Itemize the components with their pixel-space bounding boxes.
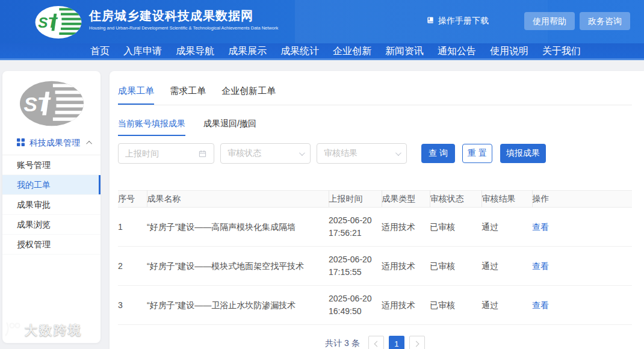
row-result: 通过 [481, 247, 532, 286]
chevron-down-icon [299, 150, 305, 156]
row-date: 2025-06-20 [329, 214, 382, 227]
tab-achievement-orders[interactable]: 成果工单 [118, 85, 154, 105]
site-title: 住房城乡建设科技成果数据网 [89, 8, 278, 23]
row-date: 2025-06-20 [329, 253, 382, 266]
nav-item-achievement-navigation[interactable]: 成果导航 [176, 43, 214, 58]
row-type: 适用技术 [382, 247, 430, 286]
row-date: 2025-06-20 [329, 292, 382, 305]
table-row: 2 “好房子”建设——模块式地面架空找平技术 2025-06-20 17:15:… [118, 247, 632, 286]
main-nav: 首页 入库申请 成果导航 成果展示 成果统计 企业创新 新闻资讯 通知公告 使用… [0, 43, 644, 60]
main-panel: 成果工单 需求工单 企业创新工单 当前账号填报成果 成果退回/撤回 审核状态 [110, 71, 644, 349]
nav-item-news[interactable]: 新闻资讯 [385, 43, 424, 58]
book-icon [427, 16, 435, 26]
sidebar-group-tech-achievement-management[interactable]: 科技成果管理 [2, 131, 101, 155]
subtab-returned-withdrawn[interactable]: 成果退回/撤回 [203, 119, 256, 136]
table-row: 1 “好房子”建设——高隔声模块化集成隔墙 2025-06-20 17:56:2… [118, 208, 632, 247]
row-status: 已审核 [430, 247, 481, 286]
row-report-time: 2025-06-20 17:15:55 [329, 247, 382, 286]
filter-bar: 审核状态 审核结果 查 询 重 置 填报成果 [118, 143, 632, 164]
nav-item-achievement-display[interactable]: 成果展示 [228, 43, 267, 58]
pagination: 共计 3 条 1 [118, 336, 632, 349]
nav-item-achievement-statistics[interactable]: 成果统计 [280, 43, 319, 58]
row-report-time: 2025-06-20 17:56:21 [329, 208, 382, 247]
sidebar-item-account-management[interactable]: 账号管理 [2, 155, 101, 175]
row-time: 17:56:21 [329, 227, 382, 239]
chevron-down-icon [395, 150, 401, 156]
col-header-result: 审核结果 [481, 191, 532, 208]
grid-icon [17, 138, 25, 149]
table-row: 3 “好房子”建设——卫浴止水坎防渗漏技术 2025-06-20 16:49:5… [118, 286, 632, 325]
row-type: 适用技术 [382, 208, 430, 247]
sub-tabs: 当前账号填报成果 成果退回/撤回 [118, 119, 632, 136]
row-result: 通过 [481, 286, 532, 325]
order-tabs: 成果工单 需求工单 企业创新工单 [118, 71, 632, 105]
nav-item-about[interactable]: 关于我们 [542, 43, 581, 58]
row-name: “好房子”建设——卫浴止水坎防渗漏技术 [147, 286, 329, 325]
col-header-type: 成果类型 [382, 191, 430, 208]
row-name: “好房子”建设——高隔声模块化集成隔墙 [147, 208, 329, 247]
sidebar-item-achievement-approval[interactable]: 成果审批 [2, 195, 101, 215]
row-time: 16:49:50 [329, 305, 382, 318]
sidebar-item-authorization-management[interactable]: 授权管理 [2, 235, 101, 255]
calendar-icon [199, 150, 206, 158]
review-status-select[interactable]: 审核状态 [220, 143, 311, 164]
manual-download-link[interactable]: 操作手册下载 [427, 16, 489, 26]
pagination-prev-button[interactable] [368, 336, 384, 349]
report-date-picker[interactable] [118, 143, 214, 164]
view-link[interactable]: 查看 [532, 300, 549, 310]
row-time: 17:15:55 [329, 266, 382, 279]
submit-achievement-button[interactable]: 填报成果 [500, 144, 546, 163]
nav-item-instructions[interactable]: 使用说明 [490, 43, 528, 58]
row-index: 3 [118, 286, 147, 325]
query-button[interactable]: 查 询 [421, 144, 455, 163]
row-name: “好房子”建设——模块式地面架空找平技术 [147, 247, 329, 286]
col-header-status: 审核状态 [430, 191, 481, 208]
subtab-current-account-submissions[interactable]: 当前账号填报成果 [118, 119, 185, 136]
site-brand: 住房城乡建设科技成果数据网 Housing and Urban-Rural De… [89, 8, 278, 31]
sidebar-item-achievement-browse[interactable]: 成果浏览 [2, 215, 101, 235]
sidebar-logo-icon: ST [2, 71, 101, 131]
row-report-time: 2025-06-20 16:49:50 [329, 286, 382, 325]
header: ST 住房城乡建设科技成果数据网 Housing and Urban-Rural… [0, 0, 644, 43]
col-header-report-time: 上报时间 [329, 191, 382, 208]
sidebar: ST 科技成果管理 账号管理 我的工单 成果审批 成果浏览 授权管理 [2, 71, 101, 343]
col-header-index: 序号 [118, 191, 147, 208]
pagination-next-button[interactable] [409, 336, 425, 349]
page-content: ST 科技成果管理 账号管理 我的工单 成果审批 成果浏览 授权管理 成果工单 … [0, 71, 644, 349]
sidebar-group-label: 科技成果管理 [29, 138, 88, 149]
row-index: 1 [118, 208, 147, 247]
results-table: 序号 成果名称 上报时间 成果类型 审核状态 审核结果 操作 1 “好房子”建设… [118, 190, 632, 325]
review-status-placeholder: 审核状态 [228, 148, 261, 159]
nav-item-enterprise-innovation[interactable]: 企业创新 [333, 43, 371, 58]
site-subtitle: Housing and Urban-Rural Development Scie… [89, 25, 278, 31]
nav-item-storage-application[interactable]: 入库申请 [123, 43, 162, 58]
chevron-left-icon [374, 341, 380, 347]
pagination-total: 共计 3 条 [325, 338, 360, 349]
help-button[interactable]: 使用帮助 [524, 12, 575, 30]
chevron-right-icon [413, 341, 419, 347]
manual-download-label: 操作手册下载 [438, 16, 489, 26]
reset-button[interactable]: 重 置 [462, 144, 492, 163]
review-result-placeholder: 审核结果 [324, 148, 358, 159]
row-status: 已审核 [430, 208, 481, 247]
sidebar-item-my-work-orders[interactable]: 我的工单 [2, 175, 101, 195]
table-header-row: 序号 成果名称 上报时间 成果类型 审核状态 审核结果 操作 [118, 191, 632, 208]
consult-button[interactable]: 政务咨询 [580, 12, 630, 30]
row-result: 通过 [481, 208, 532, 247]
review-result-select[interactable]: 审核结果 [317, 143, 407, 164]
view-link[interactable]: 查看 [532, 222, 549, 232]
nav-item-notices[interactable]: 通知公告 [438, 43, 476, 58]
tab-demand-orders[interactable]: 需求工单 [170, 85, 206, 105]
view-link[interactable]: 查看 [532, 261, 549, 271]
report-date-input[interactable] [125, 149, 197, 158]
tab-enterprise-innovation-orders[interactable]: 企业创新工单 [221, 85, 276, 105]
row-index: 2 [118, 247, 147, 286]
row-type: 适用技术 [382, 286, 430, 325]
site-logo-icon: ST [34, 5, 83, 40]
row-status: 已审核 [430, 286, 481, 325]
col-header-name: 成果名称 [147, 191, 329, 208]
col-header-action: 操作 [532, 191, 632, 208]
pagination-page-1[interactable]: 1 [389, 336, 404, 349]
nav-item-home[interactable]: 首页 [90, 43, 110, 58]
